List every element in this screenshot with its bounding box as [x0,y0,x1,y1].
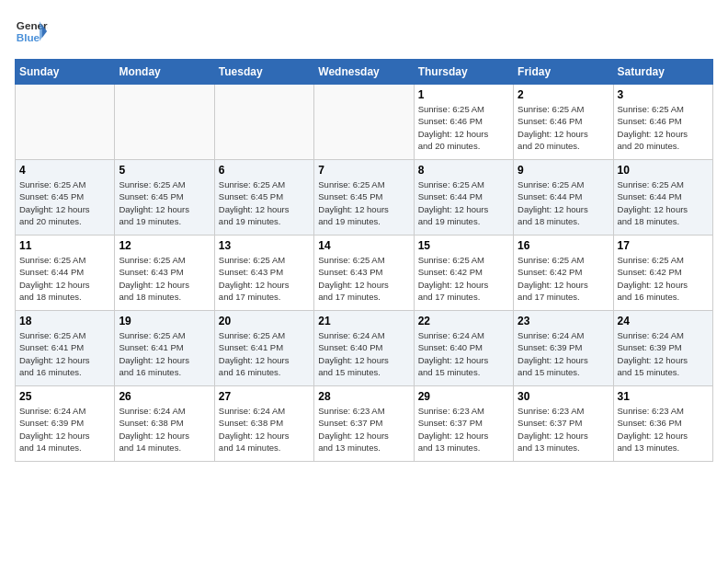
day-info: Sunrise: 6:25 AM Sunset: 6:46 PM Dayligh… [618,103,709,152]
day-number: 11 [19,239,110,252]
day-info: Sunrise: 6:23 AM Sunset: 6:37 PM Dayligh… [518,405,609,454]
calendar-cell: 18Sunrise: 6:25 AM Sunset: 6:41 PM Dayli… [16,311,115,386]
day-number: 22 [418,315,509,327]
calendar-cell: 26Sunrise: 6:24 AM Sunset: 6:38 PM Dayli… [115,386,214,462]
day-number: 17 [618,239,709,252]
calendar-cell: 8Sunrise: 6:25 AM Sunset: 6:44 PM Daylig… [414,160,513,236]
calendar-cell: 31Sunrise: 6:23 AM Sunset: 6:36 PM Dayli… [613,386,712,462]
day-info: Sunrise: 6:25 AM Sunset: 6:42 PM Dayligh… [618,254,709,303]
day-info: Sunrise: 6:25 AM Sunset: 6:45 PM Dayligh… [318,178,409,227]
day-number: 21 [318,315,409,327]
day-number: 25 [19,390,110,403]
calendar-cell [115,85,214,160]
day-number: 16 [518,239,609,252]
calendar-cell: 14Sunrise: 6:25 AM Sunset: 6:43 PM Dayli… [314,236,414,311]
day-info: Sunrise: 6:24 AM Sunset: 6:39 PM Dayligh… [518,329,609,378]
calendar-cell: 9Sunrise: 6:25 AM Sunset: 6:44 PM Daylig… [514,160,613,236]
weekday-header-wednesday: Wednesday [314,60,414,85]
weekday-header-tuesday: Tuesday [214,60,313,85]
calendar-cell: 11Sunrise: 6:25 AM Sunset: 6:44 PM Dayli… [16,236,115,311]
calendar-cell: 19Sunrise: 6:25 AM Sunset: 6:41 PM Dayli… [115,311,214,386]
calendar-cell: 13Sunrise: 6:25 AM Sunset: 6:43 PM Dayli… [214,236,313,311]
day-number: 24 [618,315,709,327]
day-info: Sunrise: 6:24 AM Sunset: 6:40 PM Dayligh… [318,329,409,378]
week-row-1: 1Sunrise: 6:25 AM Sunset: 6:46 PM Daylig… [16,85,713,160]
day-info: Sunrise: 6:25 AM Sunset: 6:44 PM Dayligh… [418,178,509,227]
day-number: 14 [318,239,409,252]
day-info: Sunrise: 6:24 AM Sunset: 6:40 PM Dayligh… [418,329,509,378]
day-info: Sunrise: 6:24 AM Sunset: 6:39 PM Dayligh… [19,405,110,454]
calendar-table: SundayMondayTuesdayWednesdayThursdayFrid… [15,59,713,462]
header-area: General Blue [15,15,713,48]
day-info: Sunrise: 6:25 AM Sunset: 6:41 PM Dayligh… [19,329,110,378]
week-row-2: 4Sunrise: 6:25 AM Sunset: 6:45 PM Daylig… [16,160,713,236]
logo-icon: General Blue [15,15,48,48]
day-number: 9 [518,164,609,177]
calendar-cell: 10Sunrise: 6:25 AM Sunset: 6:44 PM Dayli… [613,160,712,236]
day-info: Sunrise: 6:25 AM Sunset: 6:45 PM Dayligh… [19,178,110,227]
calendar-cell: 16Sunrise: 6:25 AM Sunset: 6:42 PM Dayli… [514,236,613,311]
day-number: 19 [119,315,210,327]
day-info: Sunrise: 6:25 AM Sunset: 6:44 PM Dayligh… [518,178,609,227]
day-number: 30 [518,390,609,403]
day-info: Sunrise: 6:25 AM Sunset: 6:41 PM Dayligh… [119,329,210,378]
day-number: 5 [119,164,210,177]
day-number: 10 [618,164,709,177]
calendar-cell: 7Sunrise: 6:25 AM Sunset: 6:45 PM Daylig… [314,160,414,236]
weekday-header-sunday: Sunday [16,60,115,85]
calendar-cell [314,85,414,160]
day-info: Sunrise: 6:24 AM Sunset: 6:39 PM Dayligh… [618,329,709,378]
day-number: 8 [418,164,509,177]
day-number: 6 [219,164,310,177]
calendar-cell: 25Sunrise: 6:24 AM Sunset: 6:39 PM Dayli… [16,386,115,462]
weekday-header-monday: Monday [115,60,214,85]
day-number: 20 [219,315,310,327]
svg-text:Blue: Blue [17,31,40,43]
day-number: 23 [518,315,609,327]
calendar-cell: 5Sunrise: 6:25 AM Sunset: 6:45 PM Daylig… [115,160,214,236]
calendar-cell [214,85,313,160]
weekday-header-friday: Friday [514,60,613,85]
day-number: 2 [518,88,609,101]
calendar-cell: 24Sunrise: 6:24 AM Sunset: 6:39 PM Dayli… [613,311,712,386]
day-info: Sunrise: 6:25 AM Sunset: 6:44 PM Dayligh… [19,254,110,303]
calendar-cell: 22Sunrise: 6:24 AM Sunset: 6:40 PM Dayli… [414,311,513,386]
day-number: 3 [618,88,709,101]
calendar-cell: 1Sunrise: 6:25 AM Sunset: 6:46 PM Daylig… [414,85,513,160]
calendar-cell: 4Sunrise: 6:25 AM Sunset: 6:45 PM Daylig… [16,160,115,236]
day-number: 7 [318,164,409,177]
day-info: Sunrise: 6:25 AM Sunset: 6:45 PM Dayligh… [219,178,310,227]
day-info: Sunrise: 6:23 AM Sunset: 6:37 PM Dayligh… [318,405,409,454]
day-info: Sunrise: 6:23 AM Sunset: 6:36 PM Dayligh… [618,405,709,454]
calendar-cell: 15Sunrise: 6:25 AM Sunset: 6:42 PM Dayli… [414,236,513,311]
day-number: 1 [418,88,509,101]
day-info: Sunrise: 6:25 AM Sunset: 6:42 PM Dayligh… [518,254,609,303]
logo: General Blue [15,15,48,48]
day-info: Sunrise: 6:25 AM Sunset: 6:43 PM Dayligh… [119,254,210,303]
day-info: Sunrise: 6:25 AM Sunset: 6:44 PM Dayligh… [618,178,709,227]
day-number: 27 [219,390,310,403]
day-info: Sunrise: 6:25 AM Sunset: 6:42 PM Dayligh… [418,254,509,303]
day-info: Sunrise: 6:25 AM Sunset: 6:41 PM Dayligh… [219,329,310,378]
day-number: 26 [119,390,210,403]
calendar-cell: 17Sunrise: 6:25 AM Sunset: 6:42 PM Dayli… [613,236,712,311]
calendar-cell: 12Sunrise: 6:25 AM Sunset: 6:43 PM Dayli… [115,236,214,311]
day-number: 12 [119,239,210,252]
day-number: 18 [19,315,110,327]
day-info: Sunrise: 6:25 AM Sunset: 6:43 PM Dayligh… [219,254,310,303]
calendar-cell [16,85,115,160]
week-row-3: 11Sunrise: 6:25 AM Sunset: 6:44 PM Dayli… [16,236,713,311]
week-row-4: 18Sunrise: 6:25 AM Sunset: 6:41 PM Dayli… [16,311,713,386]
calendar-cell: 27Sunrise: 6:24 AM Sunset: 6:38 PM Dayli… [214,386,313,462]
calendar-cell: 23Sunrise: 6:24 AM Sunset: 6:39 PM Dayli… [514,311,613,386]
day-info: Sunrise: 6:24 AM Sunset: 6:38 PM Dayligh… [119,405,210,454]
day-number: 4 [19,164,110,177]
calendar-cell: 29Sunrise: 6:23 AM Sunset: 6:37 PM Dayli… [414,386,513,462]
calendar-cell: 6Sunrise: 6:25 AM Sunset: 6:45 PM Daylig… [214,160,313,236]
calendar-cell: 3Sunrise: 6:25 AM Sunset: 6:46 PM Daylig… [613,85,712,160]
day-info: Sunrise: 6:24 AM Sunset: 6:38 PM Dayligh… [219,405,310,454]
calendar-cell: 28Sunrise: 6:23 AM Sunset: 6:37 PM Dayli… [314,386,414,462]
calendar-cell: 21Sunrise: 6:24 AM Sunset: 6:40 PM Dayli… [314,311,414,386]
calendar-cell: 30Sunrise: 6:23 AM Sunset: 6:37 PM Dayli… [514,386,613,462]
weekday-header-thursday: Thursday [414,60,513,85]
